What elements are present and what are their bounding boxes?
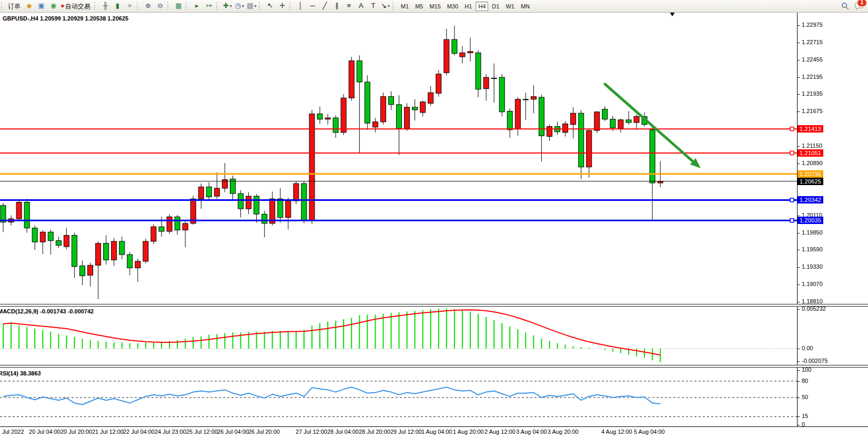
timeframe-button-m5[interactable]: M5 (412, 2, 426, 11)
line-chart-icon[interactable]: ≈ (124, 1, 135, 12)
date-tick-label: 1 Aug 20:00 (453, 429, 484, 435)
timeframe-button-d1[interactable]: D1 (489, 2, 502, 11)
toolbar-right: 1 (839, 1, 865, 12)
crosshair-icon[interactable]: ✛ (277, 1, 288, 12)
rsi-tick-label: 15 (802, 413, 808, 419)
price-level-badge: 1.20342 (798, 196, 823, 203)
chart-ohlc-header: GBPUSD-,H4 1.20599 1.20929 1.20538 1.206… (3, 15, 128, 22)
price-level-badge: 1.21051 (798, 149, 823, 157)
date-tick-label: 1 Aug 04:00 (421, 429, 452, 435)
price-tick-label: 1.22975 (802, 22, 823, 28)
notification-badge: 1 (857, 0, 867, 7)
price-tick-label: 1.19590 (802, 246, 823, 252)
time-axis-border (0, 426, 868, 427)
add-chart-icon[interactable]: ✚▾ (222, 1, 233, 12)
price-tick-label: 1.21150 (802, 142, 822, 149)
toolbar: 订单◆▣◉●自动交易╫▮≈⊕⊖▦▸↦✚▾◷▾▤▾↖✛│─╱∥≡AT↘▾ M1M5… (0, 0, 868, 13)
search-icon[interactable] (840, 1, 851, 12)
autotrade-button[interactable]: ●自动交易 (60, 1, 93, 12)
rsi-tick-label: 80 (802, 378, 808, 384)
template-icon[interactable]: ▤▾ (246, 1, 257, 12)
text-icon[interactable]: A (356, 1, 367, 12)
chevron-down-icon: ▾ (230, 4, 232, 8)
macd-indicator-label: MACD(12,26,9) -0.001743 -0.000742 (0, 308, 94, 314)
zoom-in-icon[interactable]: ⊕ (143, 1, 154, 12)
timeframe-button-w1[interactable]: W1 (503, 2, 517, 11)
date-tick-label: 27 Jul 12:00 (296, 429, 327, 435)
market-watch-icon[interactable]: ▣ (36, 1, 47, 12)
toolbar-grip (259, 2, 263, 10)
timeframe-button-m15[interactable]: M15 (427, 2, 443, 11)
date-tick-label: 21 Jul 12:00 (92, 429, 124, 435)
candle-chart-icon[interactable]: ▮ (112, 1, 123, 12)
date-tick-label: 29 Jul 12:00 (390, 429, 422, 435)
new-order-button[interactable]: 订单 (7, 1, 23, 12)
label-icon[interactable]: T (368, 1, 379, 12)
bar-chart-icon[interactable]: ╫ (100, 1, 111, 12)
date-tick-label: 20 Jul 04:00 (29, 429, 60, 435)
pane-splitter-rsi[interactable] (0, 365, 868, 368)
date-tick-label: 3 Aug 20:00 (548, 429, 579, 435)
date-tick-label: 22 Jul 04:00 (123, 429, 155, 435)
toolbar-grip (167, 2, 171, 10)
toolbar-grip (94, 2, 98, 10)
toolbar-grip (392, 2, 396, 10)
price-level-badge: 1.20035 (798, 217, 823, 224)
pane-splitter-macd[interactable] (0, 304, 868, 307)
date-tick-label: Jul 2022 (2, 429, 24, 435)
toolbar-grip (186, 2, 189, 10)
chevron-down-icon: ▾ (255, 4, 257, 8)
date-tick-label: 2 Aug 12:00 (485, 429, 516, 435)
period-icon[interactable]: ◷▾ (234, 1, 245, 12)
timeframe-group: M1M5M15M30H1H4D1W1MN (391, 2, 533, 11)
price-level-badge: 1.20736 (798, 170, 823, 178)
toolbar-grip (289, 2, 293, 10)
date-tick-label: 28 Jul 04:00 (327, 429, 359, 435)
price-tick-label: 1.22715 (802, 39, 823, 45)
price-tick-label: 1.20890 (802, 160, 823, 166)
channel-icon[interactable]: ∥ (331, 1, 342, 12)
timeframe-button-m1[interactable]: M1 (398, 2, 411, 11)
date-tick-label: 4 Aug 12:00 (601, 429, 632, 435)
timeframe-button-h4[interactable]: H4 (476, 2, 488, 11)
vertical-line-icon[interactable]: │ (295, 1, 306, 12)
price-level-badge: 1.21413 (798, 125, 823, 133)
toolbar-grip (216, 2, 220, 10)
horizontal-line-icon[interactable]: ─ (307, 1, 318, 12)
price-tick-label: 1.19070 (802, 281, 823, 287)
date-tick-label: 20 Jul 20:00 (60, 429, 92, 435)
timeframe-button-mn[interactable]: MN (518, 2, 532, 11)
chevron-down-icon: ▾ (242, 4, 244, 8)
timeframe-button-m30[interactable]: M30 (445, 2, 461, 11)
toolbar-icon-groups: 订单◆▣◉●自动交易╫▮≈⊕⊖▦▸↦✚▾◷▾▤▾↖✛│─╱∥≡AT↘▾ (0, 1, 391, 12)
price-chart-canvas[interactable] (0, 0, 868, 438)
price-tick-label: 1.22195 (802, 74, 823, 80)
trendline-icon[interactable]: ╱ (319, 1, 330, 12)
chart-shift-icon[interactable]: ↦ (204, 1, 215, 12)
chat-icon[interactable]: 1 (853, 1, 864, 12)
signal-icon[interactable]: ◉ (48, 1, 59, 12)
toolbar-grip (137, 2, 140, 10)
chevron-down-icon: ▾ (388, 4, 390, 8)
price-level-badge: 1.20625 (798, 178, 823, 185)
rsi-indicator-label: RSI(14) 38.3863 (0, 370, 41, 376)
price-tick-label: 1.19330 (802, 263, 823, 270)
price-tick-label: 1.21675 (802, 108, 823, 114)
date-tick-label: 26 Jul 20:00 (248, 429, 280, 435)
macd-tick-label: 0.00 (802, 345, 813, 351)
toolbar-grip (1, 2, 5, 10)
gold-box-icon[interactable]: ◆ (24, 1, 35, 12)
timeframe-button-h1[interactable]: H1 (462, 2, 475, 11)
fibonacci-icon[interactable]: ≡ (344, 1, 355, 12)
price-tick-label: 1.22455 (802, 56, 823, 63)
cursor-icon[interactable]: ↖ (265, 1, 276, 12)
shapes-icon[interactable]: ↘▾ (380, 1, 391, 12)
price-tick-label: 1.19850 (802, 229, 823, 236)
date-tick-label: 25 Jul 12:00 (186, 429, 218, 435)
date-tick-label: 24 Jul 23:00 (155, 429, 186, 435)
zoom-out-icon[interactable]: ⊖ (155, 1, 166, 12)
tile-windows-icon[interactable]: ▦ (173, 1, 184, 12)
auto-scroll-icon[interactable]: ▸ (191, 1, 203, 12)
date-tick-label: 5 Aug 04:00 (634, 429, 665, 435)
date-tick-label: 28 Jul 20:00 (359, 429, 390, 435)
